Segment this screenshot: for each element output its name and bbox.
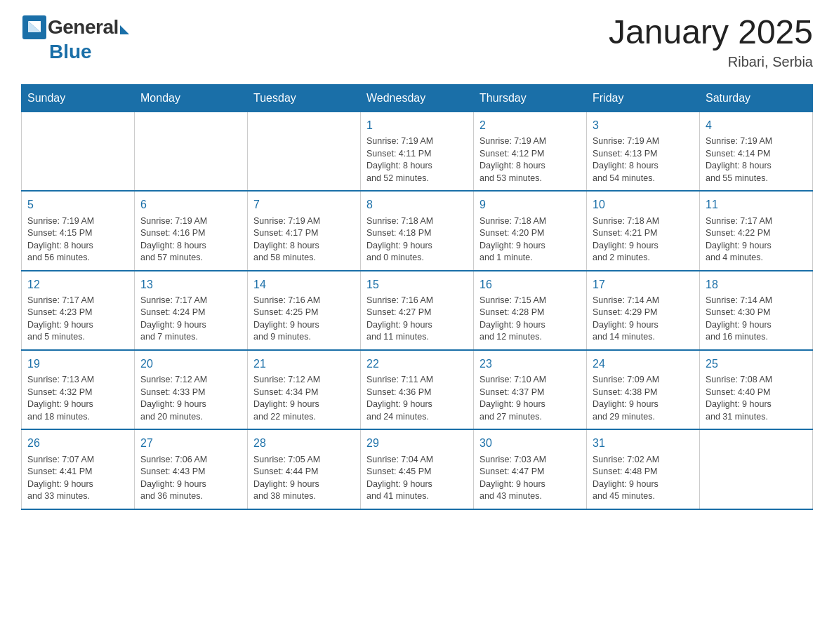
day-number: 28 [253,436,355,451]
day-info: Sunrise: 7:14 AM Sunset: 4:29 PM Dayligh… [593,295,694,344]
day-info: Sunrise: 7:12 AM Sunset: 4:34 PM Dayligh… [253,374,355,423]
logo-general-text: General [48,16,119,39]
day-cell: 4Sunrise: 7:19 AM Sunset: 4:14 PM Daylig… [700,112,813,191]
day-info: Sunrise: 7:08 AM Sunset: 4:40 PM Dayligh… [706,374,807,423]
day-info: Sunrise: 7:02 AM Sunset: 4:48 PM Dayligh… [593,454,694,503]
day-number: 13 [140,277,241,293]
week-row-0: 1Sunrise: 7:19 AM Sunset: 4:11 PM Daylig… [22,112,813,191]
day-number: 2 [479,118,581,133]
day-number: 11 [706,197,807,213]
header-tuesday: Tuesday [248,84,361,112]
day-cell: 16Sunrise: 7:15 AM Sunset: 4:28 PM Dayli… [474,271,587,350]
day-info: Sunrise: 7:19 AM Sunset: 4:15 PM Dayligh… [27,215,128,264]
day-number: 21 [253,356,355,372]
day-number: 25 [706,356,807,372]
header-wednesday: Wednesday [361,84,474,112]
day-cell: 15Sunrise: 7:16 AM Sunset: 4:27 PM Dayli… [361,271,474,350]
day-cell [22,112,135,191]
day-number: 6 [140,197,241,213]
day-info: Sunrise: 7:03 AM Sunset: 4:47 PM Dayligh… [479,454,581,503]
logo-icon [21,14,48,41]
day-cell [248,112,361,191]
day-cell: 12Sunrise: 7:17 AM Sunset: 4:23 PM Dayli… [22,271,135,350]
logo-arrow-icon [120,25,129,34]
day-cell: 30Sunrise: 7:03 AM Sunset: 4:47 PM Dayli… [474,429,587,509]
day-info: Sunrise: 7:06 AM Sunset: 4:43 PM Dayligh… [140,454,241,503]
week-row-2: 12Sunrise: 7:17 AM Sunset: 4:23 PM Dayli… [22,271,813,350]
day-cell: 8Sunrise: 7:18 AM Sunset: 4:18 PM Daylig… [361,191,474,270]
day-number: 29 [366,436,468,451]
location: Ribari, Serbia [609,54,813,70]
day-info: Sunrise: 7:17 AM Sunset: 4:23 PM Dayligh… [27,295,128,344]
header-monday: Monday [135,84,248,112]
day-cell: 27Sunrise: 7:06 AM Sunset: 4:43 PM Dayli… [135,429,248,509]
day-info: Sunrise: 7:19 AM Sunset: 4:13 PM Dayligh… [593,135,694,185]
day-info: Sunrise: 7:10 AM Sunset: 4:37 PM Dayligh… [479,374,581,423]
logo-blue-text: Blue [49,41,92,62]
day-cell: 22Sunrise: 7:11 AM Sunset: 4:36 PM Dayli… [361,350,474,429]
day-cell [700,429,813,509]
day-cell: 14Sunrise: 7:16 AM Sunset: 4:25 PM Dayli… [248,271,361,350]
day-number: 14 [253,277,355,293]
day-cell: 6Sunrise: 7:19 AM Sunset: 4:16 PM Daylig… [135,191,248,270]
day-number: 16 [479,277,581,293]
day-number: 12 [27,277,128,293]
logo: General Blue [21,14,129,63]
day-number: 17 [593,277,694,293]
day-cell: 3Sunrise: 7:19 AM Sunset: 4:13 PM Daylig… [587,112,700,191]
day-number: 10 [593,197,694,213]
day-number: 31 [593,436,694,451]
day-cell: 23Sunrise: 7:10 AM Sunset: 4:37 PM Dayli… [474,350,587,429]
day-number: 27 [140,436,241,451]
day-cell [135,112,248,191]
day-cell: 25Sunrise: 7:08 AM Sunset: 4:40 PM Dayli… [700,350,813,429]
day-info: Sunrise: 7:14 AM Sunset: 4:30 PM Dayligh… [706,295,807,344]
day-cell: 7Sunrise: 7:19 AM Sunset: 4:17 PM Daylig… [248,191,361,270]
header-saturday: Saturday [700,84,813,112]
day-cell: 1Sunrise: 7:19 AM Sunset: 4:11 PM Daylig… [361,112,474,191]
day-number: 5 [27,197,128,213]
day-info: Sunrise: 7:16 AM Sunset: 4:25 PM Dayligh… [253,295,355,344]
day-cell: 31Sunrise: 7:02 AM Sunset: 4:48 PM Dayli… [587,429,700,509]
day-info: Sunrise: 7:15 AM Sunset: 4:28 PM Dayligh… [479,295,581,344]
day-cell: 11Sunrise: 7:17 AM Sunset: 4:22 PM Dayli… [700,191,813,270]
day-number: 8 [366,197,468,213]
day-number: 26 [27,436,128,451]
day-number: 18 [706,277,807,293]
day-info: Sunrise: 7:17 AM Sunset: 4:24 PM Dayligh… [140,295,241,344]
header-friday: Friday [587,84,700,112]
day-cell: 28Sunrise: 7:05 AM Sunset: 4:44 PM Dayli… [248,429,361,509]
day-number: 24 [593,356,694,372]
day-cell: 9Sunrise: 7:18 AM Sunset: 4:20 PM Daylig… [474,191,587,270]
day-info: Sunrise: 7:12 AM Sunset: 4:33 PM Dayligh… [140,374,241,423]
day-cell: 24Sunrise: 7:09 AM Sunset: 4:38 PM Dayli… [587,350,700,429]
calendar-table: SundayMondayTuesdayWednesdayThursdayFrid… [21,84,813,510]
day-cell: 5Sunrise: 7:19 AM Sunset: 4:15 PM Daylig… [22,191,135,270]
day-number: 4 [706,118,807,133]
day-number: 20 [140,356,241,372]
week-row-3: 19Sunrise: 7:13 AM Sunset: 4:32 PM Dayli… [22,350,813,429]
day-cell: 19Sunrise: 7:13 AM Sunset: 4:32 PM Dayli… [22,350,135,429]
header-thursday: Thursday [474,84,587,112]
title-block: January 2025 Ribari, Serbia [609,14,813,70]
day-number: 22 [366,356,468,372]
day-info: Sunrise: 7:19 AM Sunset: 4:17 PM Dayligh… [253,215,355,264]
day-info: Sunrise: 7:05 AM Sunset: 4:44 PM Dayligh… [253,454,355,503]
header-sunday: Sunday [22,84,135,112]
day-cell: 26Sunrise: 7:07 AM Sunset: 4:41 PM Dayli… [22,429,135,509]
day-cell: 20Sunrise: 7:12 AM Sunset: 4:33 PM Dayli… [135,350,248,429]
day-info: Sunrise: 7:19 AM Sunset: 4:12 PM Dayligh… [479,135,581,185]
day-number: 15 [366,277,468,293]
day-info: Sunrise: 7:13 AM Sunset: 4:32 PM Dayligh… [27,374,128,423]
day-info: Sunrise: 7:18 AM Sunset: 4:18 PM Dayligh… [366,215,468,264]
day-info: Sunrise: 7:16 AM Sunset: 4:27 PM Dayligh… [366,295,468,344]
week-row-4: 26Sunrise: 7:07 AM Sunset: 4:41 PM Dayli… [22,429,813,509]
day-info: Sunrise: 7:07 AM Sunset: 4:41 PM Dayligh… [27,454,128,503]
day-number: 9 [479,197,581,213]
day-cell: 21Sunrise: 7:12 AM Sunset: 4:34 PM Dayli… [248,350,361,429]
calendar-header-row: SundayMondayTuesdayWednesdayThursdayFrid… [22,84,813,112]
day-cell: 10Sunrise: 7:18 AM Sunset: 4:21 PM Dayli… [587,191,700,270]
day-info: Sunrise: 7:19 AM Sunset: 4:14 PM Dayligh… [706,135,807,185]
day-number: 3 [593,118,694,133]
day-info: Sunrise: 7:11 AM Sunset: 4:36 PM Dayligh… [366,374,468,423]
